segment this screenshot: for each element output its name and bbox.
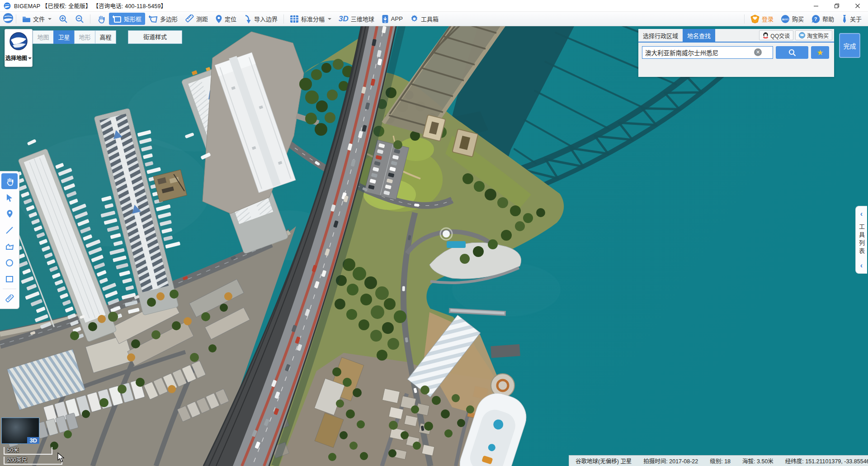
svg-text:?: ? (814, 16, 817, 22)
tool-divider (3, 289, 16, 289)
cursor-arrow-icon (6, 194, 13, 202)
choose-map-button[interactable]: 选择地图 (5, 29, 33, 67)
done-button[interactable]: 完成 (839, 33, 860, 58)
app-button[interactable]: APP (378, 13, 406, 25)
street-style-button[interactable]: 街道样式 (128, 30, 182, 44)
rectangle-tool[interactable] (1, 271, 18, 287)
taobao-buy-label: 淘宝购买 (807, 32, 829, 39)
zoom-in-button[interactable] (55, 13, 71, 25)
toolbar-separator (16, 14, 16, 24)
circle-tool[interactable] (1, 255, 18, 271)
hand-icon (96, 14, 105, 24)
tool-list-label: 工具列表 (857, 223, 866, 256)
search-input[interactable] (642, 46, 773, 59)
phone-download-icon (382, 14, 389, 24)
import-boundary-button[interactable]: 导入边界 (240, 13, 281, 25)
tab-terrain[interactable]: 地形 (74, 30, 95, 44)
scale-bar-metric: 50米 (4, 447, 52, 455)
bigemap-logo-icon (3, 13, 14, 25)
line-tool[interactable] (1, 222, 18, 238)
3d-badge: 3D (27, 437, 39, 444)
globe-3d-button[interactable]: 3D 三维地球 (335, 13, 378, 25)
line-icon (5, 226, 14, 234)
status-coordinates: 经纬度: 151.21101379, -33.85546446 (785, 456, 868, 465)
search-tabs-spacer (715, 29, 759, 42)
about-button[interactable]: 关于 (838, 13, 865, 25)
pan-tool[interactable] (1, 173, 18, 189)
polygon-tool[interactable] (1, 238, 18, 254)
status-altitude: 海拔: 3.50米 (742, 456, 774, 465)
toolbar-separator (744, 14, 745, 24)
measure-button[interactable]: 测距 (181, 13, 212, 25)
tab-satellite[interactable]: 卫星 (53, 30, 75, 44)
rect-select-button[interactable]: 矩形框 (109, 13, 145, 25)
globe-3d-label: 三维地球 (351, 14, 374, 23)
qq-chat-label: QQ交谈 (770, 32, 790, 39)
3d-icon: 3D (339, 14, 349, 24)
ruler-icon (185, 14, 194, 24)
pan-tool-button[interactable] (93, 13, 109, 25)
help-button[interactable]: ? 帮助 (807, 13, 838, 25)
main-toolbar: 文件 矩形框 多边形 测距 定位 导入边界 标准分幅 3D 三维地球 APP 工… (0, 12, 868, 26)
measure-tool[interactable] (1, 291, 18, 307)
bigemap-window: { "window": {"title": "BIGEMAP 【已授权: 全能版… (0, 0, 868, 466)
hand-icon (5, 177, 14, 186)
locate-button[interactable]: 定位 (212, 13, 240, 25)
tab-place-search[interactable]: 地名查找 (683, 29, 715, 42)
app-label: APP (391, 15, 403, 22)
favorite-button[interactable]: ★ (811, 46, 829, 59)
file-menu-button[interactable]: 文件 (19, 13, 55, 25)
toolbar-separator (90, 14, 90, 24)
toolbar-separator (283, 14, 284, 24)
star-icon: ★ (816, 48, 823, 57)
polygon-icon (5, 243, 14, 250)
chevron-left-icon: ‹ (860, 210, 863, 218)
taobao-buy-button[interactable]: 淘宝购买 (795, 30, 832, 40)
login-shield-icon (750, 14, 760, 24)
restore-button[interactable] (826, 0, 847, 12)
select-tool[interactable] (1, 190, 18, 205)
help-label: 帮助 (822, 14, 834, 23)
standard-sheet-button[interactable]: 标准分幅 (286, 13, 335, 25)
folder-icon (22, 15, 31, 23)
measure-label: 测距 (196, 14, 208, 23)
rectangle-icon (5, 276, 14, 283)
tab-map[interactable]: 地图 (33, 30, 54, 44)
search-panel: 选择行政区域 地名查找 QQ交谈 淘宝购买 ✕ ★ (638, 29, 834, 77)
left-tool-palette (0, 171, 19, 309)
status-zoom-level: 级别: 18 (710, 456, 731, 465)
file-menu-label: 文件 (33, 14, 45, 23)
map-type-tabs: 地图 卫星 地形 高程 (33, 30, 116, 44)
dropdown-caret-icon (328, 18, 331, 22)
qq-chat-button[interactable]: QQ交谈 (759, 30, 793, 40)
dropdown-caret-icon (48, 18, 52, 22)
marker-tool[interactable] (1, 206, 18, 222)
minimize-button[interactable] (806, 0, 826, 12)
tie-icon (841, 14, 848, 24)
qq-penguin-icon (763, 32, 769, 39)
gear-icon (410, 14, 419, 23)
search-row: ✕ ★ (642, 46, 829, 59)
close-button[interactable] (847, 0, 868, 12)
login-button[interactable]: 登录 (747, 13, 777, 25)
toolbox-button[interactable]: 工具箱 (406, 13, 442, 25)
polygon-select-button[interactable]: 多边形 (145, 13, 181, 25)
tab-admin-region[interactable]: 选择行政区域 (638, 29, 683, 42)
question-icon: ? (811, 14, 820, 24)
ruler-icon (5, 295, 14, 304)
mini-3d-preview[interactable]: 3D (1, 418, 39, 444)
buy-button[interactable]: BUY! 购买 (777, 13, 807, 25)
zoom-out-button[interactable] (71, 13, 88, 25)
clear-search-icon[interactable]: ✕ (754, 48, 762, 56)
status-bar: 谷歌地球(无偏移) 卫星 拍摄时间: 2017-08-22 级别: 18 海拔:… (569, 455, 868, 466)
tab-elevation[interactable]: 高程 (95, 30, 116, 44)
svg-text:BUY!: BUY! (782, 18, 788, 20)
scale-bar-imperial: 200英尺 (4, 456, 62, 465)
zoom-in-icon (59, 14, 68, 24)
import-arrow-icon (244, 14, 252, 24)
locate-label: 定位 (225, 14, 236, 23)
search-button[interactable] (776, 46, 808, 59)
toolbox-label: 工具箱 (421, 14, 439, 23)
tool-list-tab[interactable]: ‹ 工具列表 ‹ (855, 206, 867, 274)
chevron-left-icon: ‹ (860, 262, 863, 269)
